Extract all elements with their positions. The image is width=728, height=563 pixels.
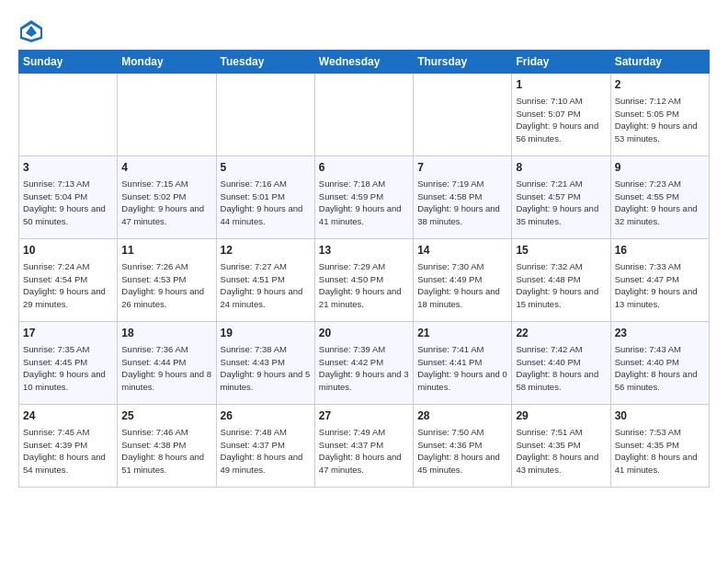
calendar-cell-11: 11Sunrise: 7:26 AM Sunset: 4:53 PM Dayli…: [118, 239, 216, 322]
day-number: 28: [417, 408, 507, 424]
day-number: 5: [221, 160, 311, 176]
day-info: Sunrise: 7:27 AM Sunset: 4:51 PM Dayligh…: [221, 260, 311, 311]
calendar-header-friday: Friday: [512, 51, 610, 74]
calendar-header-monday: Monday: [118, 51, 216, 74]
calendar-cell-28: 28Sunrise: 7:50 AM Sunset: 4:36 PM Dayli…: [414, 405, 512, 488]
calendar-cell-21: 21Sunrise: 7:41 AM Sunset: 4:41 PM Dayli…: [414, 322, 512, 405]
day-info: Sunrise: 7:38 AM Sunset: 4:43 PM Dayligh…: [221, 343, 311, 394]
day-number: 21: [417, 326, 507, 341]
calendar-cell-empty: [414, 74, 512, 156]
page: SundayMondayTuesdayWednesdayThursdayFrid…: [0, 0, 728, 497]
day-number: 23: [615, 326, 705, 341]
calendar-week-row: 3Sunrise: 7:13 AM Sunset: 5:04 PM Daylig…: [19, 156, 710, 239]
calendar-header-thursday: Thursday: [414, 51, 512, 74]
day-info: Sunrise: 7:26 AM Sunset: 4:53 PM Dayligh…: [121, 260, 211, 311]
calendar-header-wednesday: Wednesday: [314, 51, 413, 74]
day-info: Sunrise: 7:16 AM Sunset: 5:01 PM Dayligh…: [221, 178, 311, 228]
day-info: Sunrise: 7:39 AM Sunset: 4:42 PM Dayligh…: [319, 343, 409, 394]
calendar-cell-4: 4Sunrise: 7:15 AM Sunset: 5:02 PM Daylig…: [118, 156, 216, 239]
day-info: Sunrise: 7:46 AM Sunset: 4:38 PM Dayligh…: [121, 426, 211, 477]
calendar-cell-empty: [118, 74, 216, 156]
calendar-cell-17: 17Sunrise: 7:35 AM Sunset: 4:45 PM Dayli…: [19, 322, 118, 405]
calendar-cell-empty: [19, 74, 118, 156]
day-info: Sunrise: 7:45 AM Sunset: 4:39 PM Dayligh…: [23, 426, 113, 477]
day-info: Sunrise: 7:18 AM Sunset: 4:59 PM Dayligh…: [319, 178, 409, 228]
day-info: Sunrise: 7:13 AM Sunset: 5:04 PM Dayligh…: [23, 178, 113, 228]
calendar-header-sunday: Sunday: [19, 51, 118, 74]
day-number: 19: [221, 326, 311, 341]
calendar-week-row: 10Sunrise: 7:24 AM Sunset: 4:54 PM Dayli…: [19, 239, 710, 322]
day-info: Sunrise: 7:12 AM Sunset: 5:05 PM Dayligh…: [615, 95, 705, 145]
day-number: 22: [516, 326, 606, 341]
header: [18, 18, 710, 44]
day-info: Sunrise: 7:50 AM Sunset: 4:36 PM Dayligh…: [417, 426, 507, 477]
calendar-cell-24: 24Sunrise: 7:45 AM Sunset: 4:39 PM Dayli…: [19, 405, 118, 488]
calendar-cell-10: 10Sunrise: 7:24 AM Sunset: 4:54 PM Dayli…: [19, 239, 118, 322]
calendar-cell-12: 12Sunrise: 7:27 AM Sunset: 4:51 PM Dayli…: [216, 239, 314, 322]
calendar-cell-5: 5Sunrise: 7:16 AM Sunset: 5:01 PM Daylig…: [216, 156, 314, 239]
calendar-cell-29: 29Sunrise: 7:51 AM Sunset: 4:35 PM Dayli…: [512, 405, 610, 488]
day-number: 7: [417, 160, 507, 176]
day-info: Sunrise: 7:49 AM Sunset: 4:37 PM Dayligh…: [319, 426, 409, 477]
calendar-cell-7: 7Sunrise: 7:19 AM Sunset: 4:58 PM Daylig…: [414, 156, 512, 239]
day-number: 6: [319, 160, 409, 176]
day-info: Sunrise: 7:30 AM Sunset: 4:49 PM Dayligh…: [417, 260, 507, 311]
calendar-cell-8: 8Sunrise: 7:21 AM Sunset: 4:57 PM Daylig…: [512, 156, 610, 239]
day-number: 16: [615, 243, 705, 259]
day-info: Sunrise: 7:32 AM Sunset: 4:48 PM Dayligh…: [516, 260, 606, 311]
day-info: Sunrise: 7:29 AM Sunset: 4:50 PM Dayligh…: [319, 260, 409, 311]
calendar-cell-20: 20Sunrise: 7:39 AM Sunset: 4:42 PM Dayli…: [314, 322, 413, 405]
day-number: 26: [221, 408, 311, 424]
day-info: Sunrise: 7:19 AM Sunset: 4:58 PM Dayligh…: [417, 178, 507, 228]
day-info: Sunrise: 7:53 AM Sunset: 4:35 PM Dayligh…: [615, 426, 705, 477]
day-info: Sunrise: 7:15 AM Sunset: 5:02 PM Dayligh…: [121, 178, 211, 228]
calendar-cell-empty: [216, 74, 314, 156]
day-info: Sunrise: 7:21 AM Sunset: 4:57 PM Dayligh…: [516, 178, 606, 228]
day-number: 13: [319, 243, 409, 259]
day-number: 18: [121, 326, 211, 341]
day-number: 24: [23, 408, 113, 424]
calendar-week-row: 1Sunrise: 7:10 AM Sunset: 5:07 PM Daylig…: [19, 74, 710, 156]
calendar-header-saturday: Saturday: [610, 51, 709, 74]
day-number: 20: [319, 326, 409, 341]
calendar-cell-25: 25Sunrise: 7:46 AM Sunset: 4:38 PM Dayli…: [118, 405, 216, 488]
day-info: Sunrise: 7:36 AM Sunset: 4:44 PM Dayligh…: [121, 343, 211, 394]
day-info: Sunrise: 7:43 AM Sunset: 4:40 PM Dayligh…: [615, 343, 705, 394]
calendar-cell-2: 2Sunrise: 7:12 AM Sunset: 5:05 PM Daylig…: [610, 74, 709, 156]
calendar-cell-1: 1Sunrise: 7:10 AM Sunset: 5:07 PM Daylig…: [512, 74, 610, 156]
calendar-header-tuesday: Tuesday: [216, 51, 314, 74]
calendar-header-row: SundayMondayTuesdayWednesdayThursdayFrid…: [19, 51, 710, 74]
day-number: 12: [221, 243, 311, 259]
day-number: 1: [516, 77, 606, 93]
logo-icon: [18, 18, 44, 44]
day-number: 11: [121, 243, 211, 259]
day-info: Sunrise: 7:23 AM Sunset: 4:55 PM Dayligh…: [615, 178, 705, 228]
day-number: 30: [615, 408, 705, 424]
calendar-cell-30: 30Sunrise: 7:53 AM Sunset: 4:35 PM Dayli…: [610, 405, 709, 488]
day-number: 27: [319, 408, 409, 424]
day-info: Sunrise: 7:10 AM Sunset: 5:07 PM Dayligh…: [516, 95, 606, 145]
day-info: Sunrise: 7:24 AM Sunset: 4:54 PM Dayligh…: [23, 260, 113, 311]
calendar-cell-26: 26Sunrise: 7:48 AM Sunset: 4:37 PM Dayli…: [216, 405, 314, 488]
calendar-cell-13: 13Sunrise: 7:29 AM Sunset: 4:50 PM Dayli…: [314, 239, 413, 322]
day-number: 29: [516, 408, 606, 424]
day-number: 14: [417, 243, 507, 259]
day-number: 10: [23, 243, 113, 259]
calendar-cell-9: 9Sunrise: 7:23 AM Sunset: 4:55 PM Daylig…: [610, 156, 709, 239]
calendar-cell-6: 6Sunrise: 7:18 AM Sunset: 4:59 PM Daylig…: [314, 156, 413, 239]
day-number: 3: [23, 160, 113, 176]
calendar-week-row: 17Sunrise: 7:35 AM Sunset: 4:45 PM Dayli…: [19, 322, 710, 405]
calendar-cell-14: 14Sunrise: 7:30 AM Sunset: 4:49 PM Dayli…: [414, 239, 512, 322]
calendar-cell-23: 23Sunrise: 7:43 AM Sunset: 4:40 PM Dayli…: [610, 322, 709, 405]
calendar-table: SundayMondayTuesdayWednesdayThursdayFrid…: [18, 50, 710, 488]
calendar-cell-19: 19Sunrise: 7:38 AM Sunset: 4:43 PM Dayli…: [216, 322, 314, 405]
day-info: Sunrise: 7:35 AM Sunset: 4:45 PM Dayligh…: [23, 343, 113, 394]
day-number: 2: [615, 77, 705, 93]
calendar-week-row: 24Sunrise: 7:45 AM Sunset: 4:39 PM Dayli…: [19, 405, 710, 488]
calendar-cell-18: 18Sunrise: 7:36 AM Sunset: 4:44 PM Dayli…: [118, 322, 216, 405]
day-number: 8: [516, 160, 606, 176]
day-number: 25: [121, 408, 211, 424]
day-info: Sunrise: 7:42 AM Sunset: 4:40 PM Dayligh…: [516, 343, 606, 394]
calendar-cell-27: 27Sunrise: 7:49 AM Sunset: 4:37 PM Dayli…: [314, 405, 413, 488]
calendar-cell-22: 22Sunrise: 7:42 AM Sunset: 4:40 PM Dayli…: [512, 322, 610, 405]
